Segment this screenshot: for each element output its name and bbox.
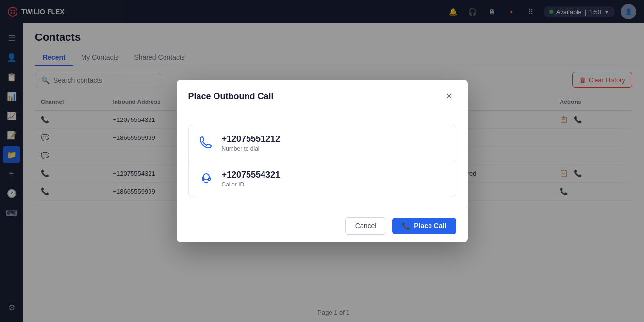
cancel-button[interactable]: Cancel bbox=[345, 217, 387, 235]
dial-card: +12075551212 Number to dial bbox=[188, 125, 456, 197]
modal-overlay[interactable]: Place Outbound Call ✕ +12075551212 Numbe… bbox=[0, 0, 644, 322]
place-call-label: Place Call bbox=[414, 222, 446, 230]
number-to-dial-row: +12075551212 Number to dial bbox=[189, 125, 456, 161]
place-call-phone-icon: 📞 bbox=[402, 222, 410, 230]
phone-dial-icon bbox=[198, 135, 214, 152]
caller-id-info: +12075554321 Caller ID bbox=[222, 170, 281, 188]
close-icon[interactable]: ✕ bbox=[443, 89, 456, 103]
headset-dial-icon bbox=[198, 171, 214, 187]
caller-id-value: +12075554321 bbox=[222, 170, 281, 180]
modal-body: +12075551212 Number to dial bbox=[177, 113, 468, 209]
dial-number-info: +12075551212 Number to dial bbox=[222, 134, 281, 152]
outbound-call-modal: Place Outbound Call ✕ +12075551212 Numbe… bbox=[177, 80, 468, 242]
modal-footer: Cancel 📞 Place Call bbox=[177, 209, 468, 242]
number-to-dial-label: Number to dial bbox=[222, 145, 281, 152]
modal-title: Place Outbound Call bbox=[188, 91, 274, 102]
caller-id-label: Caller ID bbox=[222, 181, 281, 188]
place-call-button[interactable]: 📞 Place Call bbox=[392, 218, 456, 234]
modal-header: Place Outbound Call ✕ bbox=[177, 80, 468, 113]
caller-id-row: +12075554321 Caller ID bbox=[189, 161, 456, 197]
number-to-dial-value: +12075551212 bbox=[222, 134, 281, 144]
